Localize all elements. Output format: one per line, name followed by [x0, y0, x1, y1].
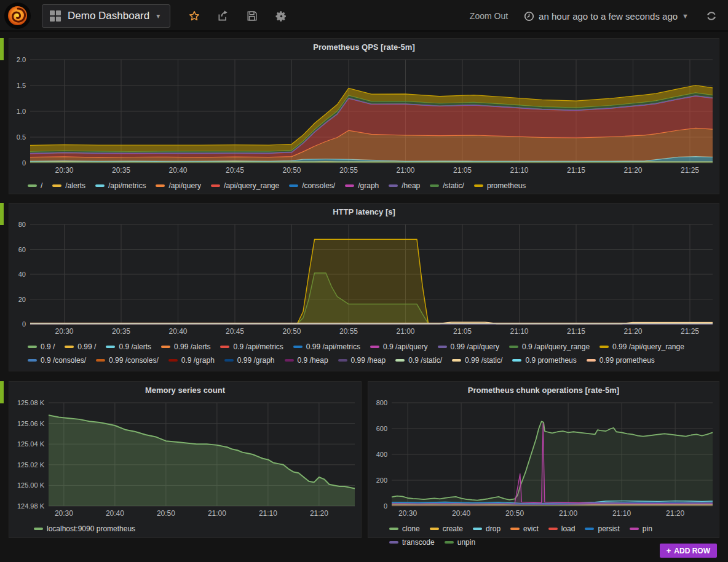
save-button[interactable]	[245, 9, 259, 23]
legend-item[interactable]: create	[430, 522, 463, 536]
legend-item[interactable]: pin	[630, 522, 652, 536]
svg-text:20:30: 20:30	[398, 509, 417, 518]
legend-item[interactable]: 0.9 /static/	[395, 354, 442, 367]
legend-item[interactable]: 0.99 /static/	[452, 354, 502, 367]
svg-text:0: 0	[384, 502, 387, 510]
legend-item[interactable]: clone	[389, 522, 420, 536]
legend-item[interactable]: 0.9 /consoles/	[28, 354, 86, 367]
legend-color-swatch	[338, 359, 347, 362]
legend-item[interactable]: /api/query_range	[211, 179, 279, 192]
svg-text:600: 600	[376, 425, 387, 432]
svg-text:2.0: 2.0	[17, 56, 26, 63]
legend-item[interactable]: /static/	[430, 179, 464, 192]
legend-item[interactable]: 0.99 /api/query_range	[599, 340, 684, 354]
legend-item[interactable]: /consoles/	[289, 179, 335, 192]
row-toggle-tab[interactable]	[0, 203, 4, 225]
svg-text:20: 20	[18, 296, 26, 303]
legend-item[interactable]: unpin	[445, 536, 475, 549]
refresh-icon	[706, 10, 717, 22]
grafana-logo-icon	[6, 4, 29, 27]
legend-item[interactable]: 0.9 prometheus	[512, 354, 576, 367]
legend-item[interactable]: 0.9 /alerts	[106, 340, 151, 354]
legend-item[interactable]: 0.9 /	[28, 340, 55, 354]
time-range-picker[interactable]: an hour ago to a few seconds ago ▼	[524, 11, 689, 22]
legend-color-swatch	[28, 346, 37, 348]
legend-item[interactable]: 0.9 /api/query	[370, 340, 428, 354]
zoom-out-button[interactable]: Zoom Out	[470, 11, 508, 21]
row-toggle-tab[interactable]	[0, 38, 4, 60]
panel-title[interactable]: Memory series count	[9, 382, 361, 398]
panel-title[interactable]: HTTP latency [s]	[9, 204, 719, 220]
dashboard-picker-button[interactable]: Demo Dashboard ▾	[42, 4, 170, 28]
svg-text:20:40: 20:40	[452, 509, 470, 518]
legend-color-swatch	[161, 346, 170, 348]
svg-text:80: 80	[18, 221, 26, 228]
settings-button[interactable]	[274, 9, 288, 23]
save-icon	[247, 10, 258, 22]
legend-color-swatch	[473, 528, 482, 530]
svg-text:21:05: 21:05	[453, 327, 472, 336]
legend-color-swatch	[395, 359, 405, 362]
legend-item[interactable]: transcode	[389, 536, 435, 549]
svg-text:21:20: 21:20	[623, 166, 642, 175]
legend-color-swatch	[587, 359, 596, 362]
svg-text:20:45: 20:45	[226, 166, 244, 175]
legend-item[interactable]: 0.99 /	[65, 340, 96, 354]
chart-prometheus-qps[interactable]: 00.51.01.52.020:3020:3520:4020:4520:5020…	[9, 55, 719, 176]
legend-item[interactable]: /heap	[389, 179, 420, 192]
legend-color-swatch	[28, 184, 37, 187]
legend-item[interactable]: 0.9 /graph	[168, 354, 215, 367]
legend-color-swatch	[452, 359, 461, 362]
legend-color-swatch	[345, 184, 354, 187]
legend-item[interactable]: 0.99 prometheus	[587, 354, 655, 367]
chart-memory-series-count[interactable]: 124.98 K125.00 K125.02 K125.04 K125.06 K…	[9, 398, 361, 520]
legend-color-swatch	[289, 184, 298, 187]
plus-icon: +	[667, 546, 671, 555]
legend-http-latency: 0.9 /0.99 /0.9 /alerts0.99 /alerts0.9 /a…	[9, 338, 719, 367]
legend-item[interactable]: persist	[585, 522, 619, 536]
star-button[interactable]	[188, 9, 201, 23]
legend-color-swatch	[285, 359, 294, 362]
svg-text:21:25: 21:25	[681, 166, 699, 175]
dashboards-grid-icon	[50, 10, 61, 22]
refresh-button[interactable]	[705, 9, 718, 23]
legend-item[interactable]: 0.99 /heap	[338, 354, 386, 367]
legend-item[interactable]: 0.99 /api/query	[438, 340, 499, 354]
share-button[interactable]	[216, 9, 230, 23]
chart-prometheus-chunk-operations[interactable]: 020040060080020:3020:4020:5021:0021:1021…	[368, 398, 719, 520]
svg-text:0: 0	[22, 159, 26, 167]
panel-title[interactable]: Prometheus QPS [rate-5m]	[9, 39, 719, 55]
legend-item[interactable]: 0.99 /api/metrics	[293, 340, 360, 354]
svg-text:20:50: 20:50	[505, 509, 524, 518]
legend-item[interactable]: /api/metrics	[95, 179, 146, 192]
legend-item[interactable]: drop	[473, 522, 501, 536]
add-row-label: ADD ROW	[674, 547, 710, 555]
legend-item[interactable]: prometheus	[474, 179, 526, 192]
legend-item[interactable]: 0.9 /api/metrics	[220, 340, 283, 354]
row-toggle-tab[interactable]	[0, 381, 4, 403]
legend-item[interactable]: 0.99 /alerts	[161, 340, 210, 354]
svg-text:21:00: 21:00	[396, 166, 414, 175]
legend-item[interactable]: 0.9 /heap	[285, 354, 328, 367]
grafana-logo[interactable]	[4, 2, 31, 29]
legend-color-swatch	[224, 359, 234, 362]
legend-item[interactable]: /	[28, 179, 42, 192]
legend-item[interactable]: 0.99 /graph	[224, 354, 275, 367]
legend-item[interactable]: /api/query	[156, 179, 201, 192]
legend-color-swatch	[445, 541, 454, 544]
chart-http-latency[interactable]: 02040608020:3020:3520:4020:4520:5020:552…	[9, 220, 719, 338]
svg-text:800: 800	[376, 399, 387, 406]
add-row-button[interactable]: + ADD ROW	[660, 544, 717, 558]
legend-item[interactable]: /alerts	[52, 179, 85, 192]
panel-title[interactable]: Prometheus chunk operations [rate-5m]	[368, 382, 719, 398]
legend-item[interactable]: load	[548, 522, 576, 536]
legend-color-swatch	[509, 346, 518, 348]
legend-item[interactable]: /graph	[345, 179, 379, 192]
svg-text:20:40: 20:40	[168, 327, 187, 336]
legend-item[interactable]: 0.99 /consoles/	[96, 354, 159, 367]
legend-item[interactable]: evict	[510, 522, 539, 536]
legend-color-swatch	[389, 184, 398, 187]
legend-item[interactable]: localhost:9090 prometheus	[34, 522, 135, 536]
svg-text:124.98 K: 124.98 K	[17, 502, 45, 510]
legend-item[interactable]: 0.9 /api/query_range	[509, 340, 590, 354]
